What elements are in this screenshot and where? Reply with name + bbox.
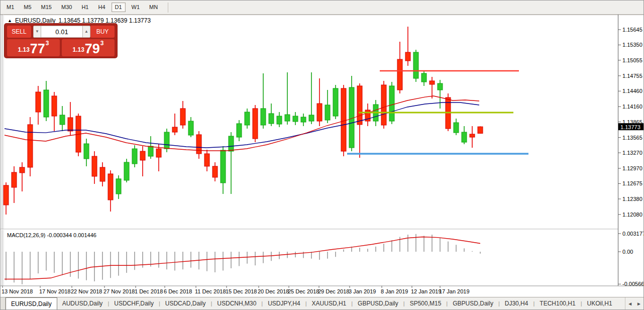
tf-button-H1[interactable]: H1 xyxy=(78,3,92,12)
svg-text:11 Dec 2018: 11 Dec 2018 xyxy=(195,288,226,294)
macd-histogram xyxy=(6,234,480,284)
tf-button-D1[interactable]: D1 xyxy=(112,3,126,12)
svg-text:25 Dec 2018: 25 Dec 2018 xyxy=(288,288,319,294)
svg-text:1.12970: 1.12970 xyxy=(622,165,642,171)
sell-price-display[interactable]: 1.13 77 3 xyxy=(7,39,60,56)
svg-text:12 Jan 2019: 12 Jan 2019 xyxy=(411,288,442,294)
svg-text:1.15645: 1.15645 xyxy=(622,27,642,33)
tf-button-W1[interactable]: W1 xyxy=(128,3,144,12)
buy-big-figure: 1.13 xyxy=(72,46,84,53)
svg-text:1 Dec 2018: 1 Dec 2018 xyxy=(135,288,163,294)
trade-panel-top-row: SELL ▼ ▲ BUY xyxy=(5,26,117,38)
lot-increase-button[interactable]: ▲ xyxy=(82,26,90,38)
svg-text:0.00: 0.00 xyxy=(622,249,633,255)
lot-size-input[interactable] xyxy=(41,26,82,38)
tf-button-H4[interactable]: H4 xyxy=(94,3,109,12)
svg-text:6 Dec 2018: 6 Dec 2018 xyxy=(164,288,192,294)
svg-text:1.14755: 1.14755 xyxy=(622,73,642,79)
svg-text:1.14160: 1.14160 xyxy=(622,104,642,110)
svg-text:17 Nov 2018: 17 Nov 2018 xyxy=(39,288,70,294)
svg-text:1.14460: 1.14460 xyxy=(622,88,642,94)
macd-signal-line xyxy=(5,237,480,279)
svg-text:1.12080: 1.12080 xyxy=(622,212,642,218)
svg-text:29 Dec 2018: 29 Dec 2018 xyxy=(318,288,349,294)
mt4-window: M1M5M15M30H1H4D1W1MN MACD(12,26,9) -0.00… xyxy=(0,0,644,310)
svg-text:1.15350: 1.15350 xyxy=(622,42,642,48)
chart-symbol-label: EURUSD,Daily xyxy=(15,17,56,24)
buy-pips: 79 xyxy=(85,43,100,55)
tab-eurusd-daily[interactable]: EURUSD,Daily xyxy=(6,297,57,309)
svg-text:17 Jan 2019: 17 Jan 2019 xyxy=(439,288,470,294)
svg-text:13 Nov 2018: 13 Nov 2018 xyxy=(2,288,33,294)
current-price-box: 1.13773 xyxy=(618,123,644,130)
tab-scroll-controls: ◄ ► xyxy=(625,297,643,309)
svg-text:1.13565: 1.13565 xyxy=(622,135,642,141)
price-axis-labels[interactable]: 1.156451.153501.150551.147551.144601.141… xyxy=(618,27,642,218)
buy-price-display[interactable]: 1.13 79 3 xyxy=(62,39,115,56)
tf-button-M30[interactable]: M30 xyxy=(58,3,75,12)
tab-sp500-m15[interactable]: SP500,M15 xyxy=(405,297,447,309)
svg-text:15 Dec 2018: 15 Dec 2018 xyxy=(226,288,257,294)
tab-gbpusd-daily[interactable]: GBPUSD,Daily xyxy=(448,297,498,309)
sell-pipette: 3 xyxy=(46,40,49,47)
tab-tech100-h1[interactable]: TECH100,H1 xyxy=(534,297,580,309)
tab-usdcad-daily[interactable]: USDCAD,Daily xyxy=(160,297,211,309)
buy-pipette: 3 xyxy=(100,40,104,47)
svg-text:20 Dec 2018: 20 Dec 2018 xyxy=(258,288,289,294)
timeframe-toolbar: M1M5M15M30H1H4D1W1MN xyxy=(1,1,643,15)
svg-text:3 Jan 2019: 3 Jan 2019 xyxy=(349,288,376,294)
tab-usdjpy-h4[interactable]: USDJPY,H4 xyxy=(263,297,305,309)
tf-button-M15[interactable]: M15 xyxy=(38,3,55,12)
collapse-panel-icon[interactable]: ▲ xyxy=(8,18,12,23)
svg-text:1.13270: 1.13270 xyxy=(622,150,642,156)
chart-ohlc-values: 1.13645 1.13779 1.13639 1.13773 xyxy=(59,17,151,24)
tab-bar-gutter xyxy=(1,297,6,309)
chevron-up-icon: ▲ xyxy=(84,29,88,34)
tab-xauusd-h1[interactable]: XAUUSD,H1 xyxy=(307,297,352,309)
svg-text:0.003177: 0.003177 xyxy=(622,231,644,237)
svg-text:8 Jan 2019: 8 Jan 2019 xyxy=(381,288,408,294)
tab-dj30-h4[interactable]: DJ30,H4 xyxy=(500,297,533,309)
tab-usdchf-daily[interactable]: USDCHF,Daily xyxy=(109,297,159,309)
one-click-trading-panel: SELL ▼ ▲ BUY 1.13 77 3 1.13 79 3 xyxy=(5,24,117,58)
chart-title-row: ▲ EURUSD,Daily 1.13645 1.13779 1.13639 1… xyxy=(8,17,151,24)
tab-gbpusd-daily[interactable]: GBPUSD,Daily xyxy=(353,297,403,309)
tab-usdcnh-m30[interactable]: USDCNH,M30 xyxy=(212,297,261,309)
tab-scroll-right-icon[interactable]: ► xyxy=(636,301,641,306)
tf-button-M1[interactable]: M1 xyxy=(3,3,18,12)
date-axis-labels[interactable]: 13 Nov 201817 Nov 201822 Nov 201827 Nov … xyxy=(2,286,470,294)
svg-text:27 Nov 2018: 27 Nov 2018 xyxy=(103,288,135,294)
svg-text:1.13773: 1.13773 xyxy=(620,124,640,130)
macd-label: MACD(12,26,9) -0.000344 0.001446 xyxy=(7,232,96,238)
svg-text:1.12380: 1.12380 xyxy=(622,196,642,202)
svg-text:1.15055: 1.15055 xyxy=(622,57,642,63)
tab-audusd-daily[interactable]: AUDUSD,Daily xyxy=(57,297,108,309)
chevron-down-icon: ▼ xyxy=(35,29,39,34)
tf-button-MN[interactable]: MN xyxy=(146,3,161,12)
sell-big-figure: 1.13 xyxy=(18,46,29,53)
toolbar-separator xyxy=(168,3,168,13)
svg-text:22 Nov 2018: 22 Nov 2018 xyxy=(71,288,102,294)
tab-scroll-left-icon[interactable]: ◄ xyxy=(627,301,632,306)
svg-text:-0.005667: -0.005667 xyxy=(622,281,644,287)
svg-text:1.12675: 1.12675 xyxy=(622,180,642,186)
buy-button[interactable]: BUY xyxy=(90,26,115,38)
lot-decrease-button[interactable]: ▼ xyxy=(33,26,41,38)
tab-list: EURUSD,DailyAUDUSD,Daily|USDCHF,Daily|US… xyxy=(6,297,617,309)
sell-button[interactable]: SELL xyxy=(7,26,31,38)
sell-pips: 77 xyxy=(30,43,45,55)
tab-ukoil-h1[interactable]: UKOil,H1 xyxy=(582,297,617,309)
macd-axis-labels: 0.0031770.00-0.005667 xyxy=(618,231,644,287)
chart-tab-bar: EURUSD,DailyAUDUSD,Daily|USDCHF,Daily|US… xyxy=(1,297,643,309)
tf-button-M5[interactable]: M5 xyxy=(20,3,35,12)
